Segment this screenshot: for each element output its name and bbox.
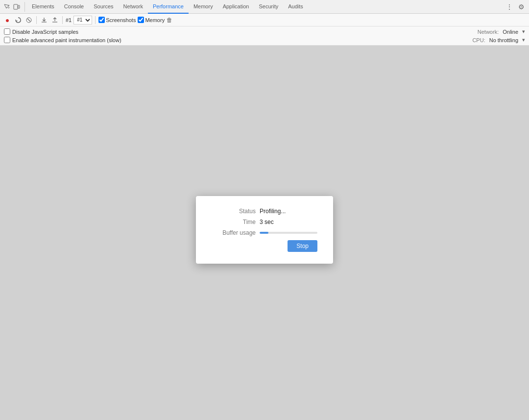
tab-console[interactable]: Console [59, 0, 89, 14]
session-select[interactable]: #1 [73, 16, 92, 25]
record-button[interactable]: ● [3, 16, 12, 25]
clear-button[interactable] [24, 16, 33, 25]
time-row: Time 3 sec [212, 219, 317, 225]
dialog-overlay: Status Profiling... Time 3 sec Buffer us… [0, 46, 529, 414]
network-label: Network: [478, 29, 499, 35]
cpu-value: No throttling [489, 37, 518, 43]
buffer-label: Buffer usage [212, 229, 256, 236]
advanced-paint-option: Enable advanced paint instrumentation (s… [4, 37, 525, 43]
network-dropdown-icon[interactable]: ▾ [522, 28, 525, 35]
tab-sources[interactable]: Sources [89, 0, 118, 14]
cpu-label: CPU: [472, 37, 485, 43]
delete-button[interactable]: 🗑 [167, 17, 172, 24]
device-icon[interactable] [12, 2, 22, 12]
advanced-paint-checkbox[interactable] [4, 37, 10, 43]
settings-icon[interactable]: ⚙ [515, 1, 527, 13]
screenshots-checkbox[interactable] [98, 17, 105, 23]
status-row: Status Profiling... [212, 208, 317, 215]
profiling-dialog: Status Profiling... Time 3 sec Buffer us… [196, 196, 333, 264]
options-bar: Disable JavaScript samples Network: Onli… [0, 26, 529, 46]
performance-toolbar: ● #1 #1 Screenshots Memo [0, 14, 529, 26]
divider-2 [62, 16, 63, 24]
download-button[interactable] [50, 16, 59, 25]
stop-button[interactable]: Stop [288, 240, 317, 252]
more-icon[interactable]: ⋮ [504, 1, 515, 13]
tab-network[interactable]: Network [119, 0, 148, 14]
divider-3 [95, 16, 96, 24]
tab-security[interactable]: Security [254, 0, 283, 14]
main-content: Status Profiling... Time 3 sec Buffer us… [0, 46, 529, 414]
devtools-icons [2, 2, 25, 12]
tab-list: Elements Console Sources Network Perform… [27, 0, 308, 14]
disable-js-checkbox[interactable] [4, 28, 10, 35]
svg-line-3 [27, 19, 30, 22]
status-value: Profiling... [260, 208, 286, 215]
time-value: 3 sec [260, 219, 274, 225]
tab-memory[interactable]: Memory [189, 0, 218, 14]
dialog-footer: Stop [212, 240, 317, 252]
svg-rect-1 [18, 5, 20, 8]
memory-checkbox[interactable] [138, 17, 144, 23]
divider-1 [36, 16, 37, 24]
tab-performance[interactable]: Performance [148, 0, 189, 14]
screenshots-checkbox-label[interactable]: Screenshots [98, 17, 136, 23]
tab-application[interactable]: Application [218, 0, 254, 14]
status-label: Status [212, 208, 256, 215]
inspect-icon[interactable] [2, 2, 12, 12]
buffer-progress [260, 232, 317, 234]
time-label: Time [212, 219, 256, 225]
upload-button[interactable] [40, 16, 48, 25]
tab-bar: Elements Console Sources Network Perform… [0, 0, 529, 14]
session-label: #1 [66, 17, 72, 23]
buffer-row: Buffer usage [212, 229, 317, 236]
svg-rect-0 [14, 4, 18, 9]
refresh-record-button[interactable] [14, 16, 23, 25]
cpu-dropdown-icon[interactable]: ▾ [522, 37, 525, 43]
buffer-progress-bar [260, 232, 268, 234]
tab-bar-right: ⋮ ⚙ [504, 1, 527, 13]
tab-elements[interactable]: Elements [27, 0, 59, 14]
disable-js-option: Disable JavaScript samples Network: Onli… [4, 28, 525, 35]
memory-checkbox-label[interactable]: Memory [138, 17, 165, 23]
network-value: Online [503, 29, 518, 35]
tab-audits[interactable]: Audits [283, 0, 308, 14]
